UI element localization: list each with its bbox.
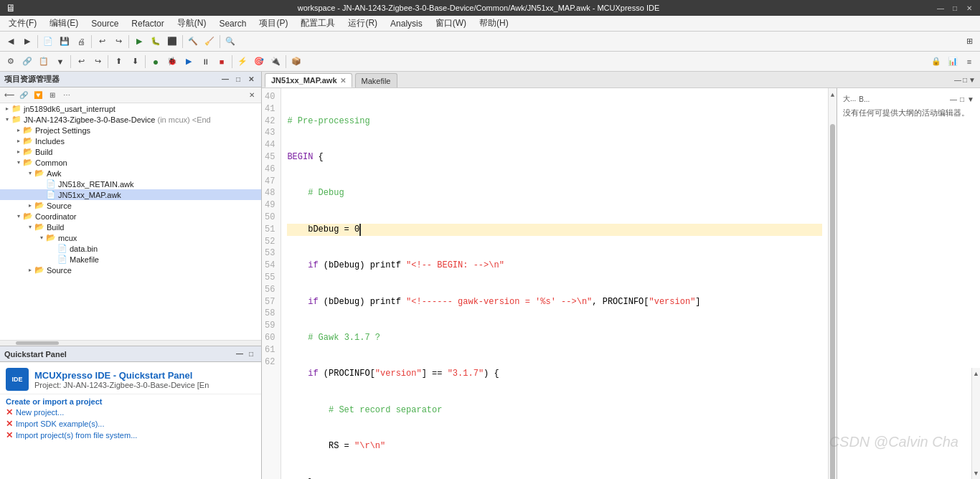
menu-file[interactable]: 文件(F) xyxy=(3,16,42,31)
menu-window[interactable]: 窗口(W) xyxy=(430,16,472,31)
outline-viewmenu[interactable]: ▼ xyxy=(967,95,974,103)
editor-vscroll[interactable]: ▲ ▼ xyxy=(828,88,837,479)
menu-project[interactable]: 项目(P) xyxy=(253,16,293,31)
minimize-button[interactable]: — xyxy=(936,3,946,13)
tree-dots[interactable]: ⋯ xyxy=(60,89,73,102)
outline-btn-b[interactable]: B... xyxy=(859,95,870,103)
tree-label-build: Build xyxy=(35,148,52,156)
tb-debug[interactable]: 🐛 xyxy=(148,34,164,49)
tb-print[interactable]: 🖨 xyxy=(73,34,89,49)
tb2-btn7[interactable]: ⬆ xyxy=(110,54,126,70)
tree-item-build[interactable]: ▸ 📂 Build xyxy=(0,146,261,157)
qs-create-section[interactable]: Create or import a project xyxy=(6,397,255,406)
tb-stop[interactable]: ⬛ xyxy=(164,34,180,49)
tb-build[interactable]: 🔨 xyxy=(185,34,201,49)
tb2-btn4[interactable]: ▼ xyxy=(52,54,68,70)
tree-label-makefile: Makefile xyxy=(70,255,99,264)
menu-run[interactable]: 运行(R) xyxy=(342,16,383,31)
tree-item-retain[interactable]: ▸ 📄 JN518x_RETAIN.awk xyxy=(0,179,261,189)
tb2-debug2[interactable]: 🐞 xyxy=(164,54,180,70)
editor-viewmenu[interactable]: ▼ xyxy=(969,76,976,84)
menu-refactor[interactable]: Refactor xyxy=(126,17,169,30)
tb-perspective[interactable]: ⊞ xyxy=(961,34,977,49)
tree-arrow-source1: ▸ xyxy=(26,202,34,209)
tb2-btn5[interactable]: ↩ xyxy=(73,54,89,70)
tree-item-includes[interactable]: ▸ 📂 Includes xyxy=(0,136,261,146)
tree-layout[interactable]: ⊞ xyxy=(46,89,59,102)
explorer-minimize[interactable]: — xyxy=(220,74,231,85)
tb-redo[interactable]: ↪ xyxy=(110,34,126,49)
tb2-btn3[interactable]: 📋 xyxy=(36,54,52,70)
tb-save[interactable]: 💾 xyxy=(57,34,72,49)
tb2-right1[interactable]: 🔒 xyxy=(928,54,944,70)
tree-item-databin[interactable]: ▸ 📄 data.bin xyxy=(0,243,261,254)
tb-forward[interactable]: ▶ xyxy=(19,34,35,49)
tb2-btn8[interactable]: ⬇ xyxy=(127,54,143,70)
tb-clean[interactable]: 🧹 xyxy=(202,34,217,49)
tree-item-jn5189[interactable]: ▸ 📁 jn5189dk6_usart_interrupt xyxy=(0,103,261,114)
editor-maximize[interactable]: □ xyxy=(963,76,967,84)
menu-navigate[interactable]: 导航(N) xyxy=(171,16,212,31)
tab-mapawk-close[interactable]: ✕ xyxy=(340,77,346,85)
outline-minimize[interactable]: — xyxy=(950,95,957,103)
quickstart-minimize[interactable]: — xyxy=(234,348,245,360)
tree-filter[interactable]: 🔽 xyxy=(32,89,44,102)
menu-source[interactable]: Source xyxy=(85,17,124,30)
qs-import-project[interactable]: ✕ Import project(s) from file system... xyxy=(6,430,255,440)
editor-minimize[interactable]: — xyxy=(954,76,961,84)
menu-edit[interactable]: 编辑(E) xyxy=(44,16,84,31)
outline-btn-large[interactable]: 大... xyxy=(843,94,856,104)
outline-maximize[interactable]: □ xyxy=(960,95,964,103)
tb2-flash[interactable]: ⚡ xyxy=(235,54,250,70)
tb-new[interactable]: 📄 xyxy=(40,34,56,49)
tb-search[interactable]: 🔍 xyxy=(222,34,238,49)
quickstart-title: Quickstart Panel xyxy=(4,350,234,359)
menu-config[interactable]: 配置工具 xyxy=(295,16,341,31)
tree-close2[interactable]: ✕ xyxy=(245,89,258,102)
tree-link[interactable]: 🔗 xyxy=(17,89,30,102)
tb2-btn1[interactable]: ⚙ xyxy=(3,54,19,70)
tree-item-mapawk[interactable]: ▸ 📄 JN51xx_MAP.awk xyxy=(0,189,261,200)
tree-item-makefile[interactable]: ▸ 📄 Makefile xyxy=(0,254,261,265)
menu-search[interactable]: Search xyxy=(213,17,252,30)
explorer-close[interactable]: ✕ xyxy=(245,74,257,85)
scroll-up[interactable]: ▲ xyxy=(829,88,837,103)
tree-collapse[interactable]: ⟵ xyxy=(3,89,16,102)
tb2-resume[interactable]: ▶ xyxy=(181,54,197,70)
tree-item-jnan[interactable]: ▾ 📁 JN-AN-1243-Zigbee-3-0-Base-Device (i… xyxy=(0,114,261,125)
tree-item-source1[interactable]: ▸ 📂 Source xyxy=(0,200,261,211)
menu-help[interactable]: 帮助(H) xyxy=(473,16,514,31)
tb-undo[interactable]: ↩ xyxy=(94,34,110,49)
tb2-probe[interactable]: 🔌 xyxy=(268,54,283,70)
tb2-right3[interactable]: ≡ xyxy=(961,54,977,70)
tree-item-coordinator[interactable]: ▾ 📂 Coordinator xyxy=(0,211,261,222)
console-vscroll[interactable]: ▲ ▼ xyxy=(971,368,980,479)
tree-item-mcux[interactable]: ▾ 📂 mcux xyxy=(0,232,261,243)
tb2-btn2[interactable]: 🔗 xyxy=(19,54,35,70)
scroll-thumb[interactable] xyxy=(830,124,835,479)
tree-item-build2[interactable]: ▾ 📂 Build xyxy=(0,222,261,232)
tab-makefile[interactable]: Makefile xyxy=(355,73,397,87)
tb2-target[interactable]: 🎯 xyxy=(251,54,267,70)
tb2-terminate[interactable]: ■ xyxy=(214,54,230,70)
tb2-btn6[interactable]: ↪ xyxy=(90,54,105,70)
tb2-suspend[interactable]: ⏸ xyxy=(197,54,213,70)
maximize-button[interactable]: □ xyxy=(950,3,960,13)
explorer-maximize[interactable]: □ xyxy=(232,74,244,85)
menu-analysis[interactable]: Analysis xyxy=(385,17,428,30)
close-button[interactable]: ✕ xyxy=(964,3,974,13)
code-area[interactable]: # Pre-processing BEGIN { # Debug bDebug … xyxy=(281,88,828,479)
tree-item-source2[interactable]: ▸ 📂 Source xyxy=(0,265,261,275)
tab-mapawk[interactable]: JN51xx_MAP.awk ✕ xyxy=(265,73,352,87)
tb2-right2[interactable]: 📊 xyxy=(945,54,961,70)
qs-import-sdk[interactable]: ✕ Import SDK example(s)... xyxy=(6,419,255,429)
tree-item-common[interactable]: ▾ 📂 Common xyxy=(0,157,261,168)
tb-run[interactable]: ▶ xyxy=(131,34,147,49)
tb-back[interactable]: ◀ xyxy=(3,34,19,49)
tb2-sdk[interactable]: 📦 xyxy=(288,54,304,70)
tb2-run-green[interactable]: ● xyxy=(148,54,164,70)
tree-item-projsettings[interactable]: ▸ 📂 Project Settings xyxy=(0,125,261,136)
tree-item-awk[interactable]: ▾ 📂 Awk xyxy=(0,168,261,179)
qs-new-project[interactable]: ✕ New project... xyxy=(6,407,255,417)
quickstart-maximize[interactable]: □ xyxy=(245,348,257,360)
